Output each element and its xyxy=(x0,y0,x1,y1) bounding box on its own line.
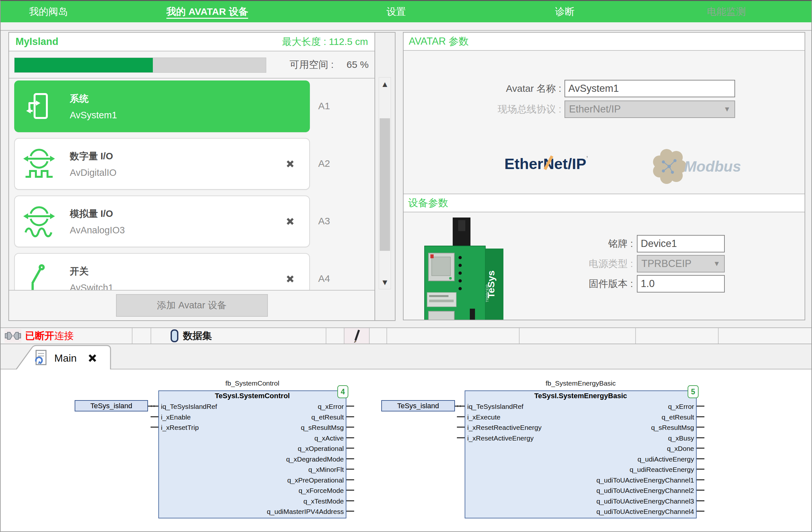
output-pin-q_xTestMode: q_xTestMode xyxy=(159,496,344,507)
function-block-fb_SystemEnergyBasic[interactable]: TeSysI.SystemEnergyBasiciq_TeSysIslandRe… xyxy=(465,390,697,518)
scroll-up-icon[interactable]: ▲ xyxy=(379,80,391,89)
block-order-badge: 5 xyxy=(687,385,699,398)
editor-tab-row: Main xyxy=(1,344,811,370)
scroll-down-icon[interactable]: ▼ xyxy=(379,278,391,287)
output-stub xyxy=(346,406,354,407)
remove-device-icon[interactable] xyxy=(285,274,295,284)
device-card-AvDigitalIO[interactable]: 数字量 I/OAvDigitalIO xyxy=(14,138,310,190)
dataset-label: 数据集 xyxy=(183,329,212,343)
device-name-label: AvAnalogIO3 xyxy=(70,225,125,235)
device-name-label: AvDigitalIO xyxy=(70,168,117,178)
output-stub xyxy=(697,479,705,480)
fieldbus-value: EtherNet/IP xyxy=(569,103,621,115)
modbus-logo-text: Modbus xyxy=(684,158,741,175)
add-device-row: 添加 Avatar 设备 xyxy=(9,290,375,320)
variable-box-TeSys_island[interactable]: TeSys_island xyxy=(75,400,148,412)
device-card-text: 开关AvSwitch1 xyxy=(70,265,113,291)
statusbar-cell xyxy=(520,328,636,344)
variable-box-TeSys_island[interactable]: TeSys_island xyxy=(381,400,455,412)
scrollbar-thumb[interactable] xyxy=(380,118,390,251)
output-pin-q_xDegradedMode: q_xDegradedMode xyxy=(159,454,344,465)
nameplate-label: 铭牌 : xyxy=(452,235,633,253)
inout-arrow-icon: ↔ xyxy=(149,400,157,409)
device-card-text: 系统AvSystem1 xyxy=(70,92,117,120)
firmware-input[interactable] xyxy=(637,275,725,292)
output-stub xyxy=(697,469,705,470)
available-space-value: 65 % xyxy=(347,59,369,70)
available-space: 可用空间 : 65 % xyxy=(290,52,369,78)
device-name-label: AvSystem1 xyxy=(70,110,117,120)
statusbar-cell xyxy=(387,328,520,344)
system-icon xyxy=(15,91,63,121)
fb-type-label: TeSysI.SystemControl xyxy=(159,392,346,400)
fb-instance-label: fb_SystemEnergyBasic xyxy=(465,379,697,389)
fbd-editor-canvas[interactable]: fb_SystemControlTeSysI.SystemControliq_T… xyxy=(1,370,811,532)
chevron-down-icon: ▼ xyxy=(713,260,720,268)
output-stub xyxy=(697,448,705,449)
output-pin-q_udiToUActiveEnergyChannel2: q_udiToUActiveEnergyChannel2 xyxy=(465,486,694,496)
output-pin-q_xMinorFlt: q_xMinorFlt xyxy=(159,464,344,475)
block-order-badge: 4 xyxy=(337,385,348,398)
tab-main-label: Main xyxy=(54,352,76,364)
statusbar-cell xyxy=(132,328,151,344)
device-card-AvSystem1[interactable]: 系统AvSystem1 xyxy=(14,81,310,132)
pencil-icon xyxy=(351,329,362,343)
island-main-column: MyIsland 最大长度 : 112.5 cm 可用空间 : 65 % 系统A… xyxy=(9,32,375,321)
nav-tab-3[interactable]: 设置 xyxy=(387,1,406,22)
remove-device-icon[interactable] xyxy=(285,159,295,169)
app-window: 我的阀岛我的 AVATAR 设备设置诊断电能监测 MyIsland 最大长度 :… xyxy=(0,0,812,532)
statusbar-cell xyxy=(719,328,811,344)
slot-label-A3: A3 xyxy=(311,216,337,227)
device-list-scrollbar[interactable]: ▲ ▼ xyxy=(379,77,391,289)
input-stub xyxy=(150,427,158,428)
status-bar: 已断开连接 数据集 xyxy=(1,327,811,344)
island-panel: MyIsland 最大长度 : 112.5 cm 可用空间 : 65 % 系统A… xyxy=(9,32,395,321)
output-stub xyxy=(697,490,705,491)
available-space-label: 可用空间 : xyxy=(290,58,334,71)
connection-status-cell[interactable]: 已断开连接 xyxy=(1,328,132,344)
modbus-logo: Modbus xyxy=(649,146,741,187)
device-card-AvSwitch1[interactable]: 开关AvSwitch1 xyxy=(14,253,310,290)
connection-status-text: 已断开连接 xyxy=(25,329,74,343)
space-progress-fill xyxy=(15,58,153,72)
nav-tab-5[interactable]: 电能监测 xyxy=(707,1,746,22)
output-stub xyxy=(346,469,354,470)
edit-cell[interactable] xyxy=(345,328,369,344)
ethernet-logo-part2: et/IP xyxy=(554,155,586,172)
add-avatar-device-button[interactable]: 添加 Avatar 设备 xyxy=(116,294,268,317)
output-stub xyxy=(346,479,354,480)
avatar-name-input[interactable] xyxy=(565,80,735,97)
device-card-AvAnalogIO3[interactable]: 模拟量 I/OAvAnalogIO3 xyxy=(14,196,310,247)
output-stub xyxy=(346,427,354,428)
output-pin-q_xForceMode: q_xForceMode xyxy=(159,486,344,496)
nameplate-input[interactable] xyxy=(637,235,725,253)
chevron-down-icon: ▼ xyxy=(724,105,730,113)
remove-device-icon[interactable] xyxy=(285,217,295,226)
statusbar-cell xyxy=(636,328,719,344)
nav-tab-4[interactable]: 诊断 xyxy=(555,1,575,22)
statusbar-cell xyxy=(369,328,387,344)
output-stub xyxy=(697,427,705,428)
device-params-title: 设备参数 xyxy=(408,196,448,210)
avatar-params-header: AVATAR 参数 xyxy=(404,33,804,51)
modbus-gear-icon xyxy=(649,146,689,187)
ethernet-logo-part1: Ether xyxy=(504,155,543,172)
output-stub xyxy=(697,500,705,501)
input-stub xyxy=(457,416,465,417)
device-card-text: 数字量 I/OAvDigitalIO xyxy=(70,150,117,178)
output-stub xyxy=(697,416,705,417)
nav-tab-2[interactable]: 我的 AVATAR 设备 xyxy=(166,1,248,22)
top-nav: 我的阀岛我的 AVATAR 设备设置诊断电能监测 xyxy=(1,1,811,22)
ethernet-ip-logo: EtherNet/IP’ xyxy=(504,155,588,173)
nav-tab-1[interactable]: 我的阀岛 xyxy=(29,1,68,22)
space-progressbar xyxy=(14,58,266,73)
close-tab-icon[interactable] xyxy=(88,353,97,363)
avatar-device-list: 系统AvSystem1A1数字量 I/OAvDigitalIOA2模拟量 I/O… xyxy=(9,78,375,290)
slot-label-A2: A2 xyxy=(311,158,337,169)
tab-main[interactable]: Main xyxy=(15,345,112,370)
function-block-fb_SystemControl[interactable]: TeSysI.SystemControliq_TeSysIslandRefi_x… xyxy=(158,390,346,518)
output-pin-q_xDone: q_xDone xyxy=(465,443,694,454)
device-card-text: 模拟量 I/OAvAnalogIO3 xyxy=(70,207,125,235)
output-pin-q_etResult: q_etResult xyxy=(159,412,344,423)
dataset-cell[interactable]: 数据集 xyxy=(151,328,327,344)
